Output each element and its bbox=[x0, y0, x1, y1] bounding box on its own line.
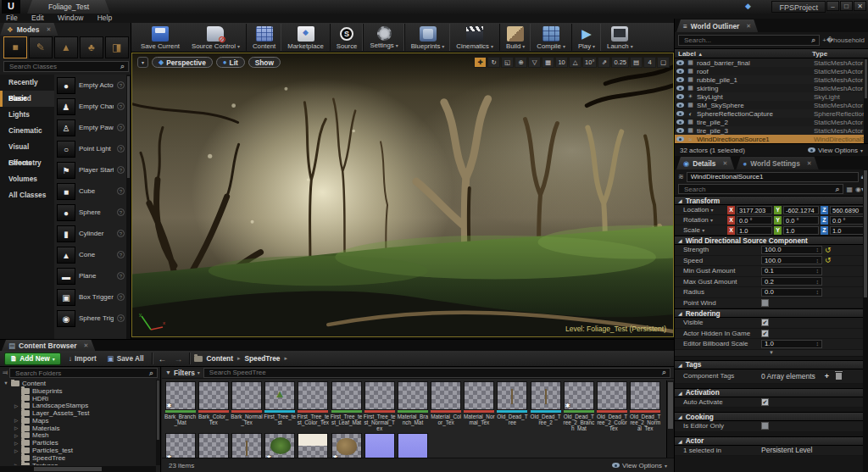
help-icon[interactable]: ? bbox=[117, 230, 125, 237]
placeable-item[interactable]: ♟ Empty Character ? bbox=[54, 96, 126, 117]
placeable-item[interactable]: ○ Point Light ? bbox=[54, 138, 126, 159]
mode-tool-button[interactable]: ✎ bbox=[29, 36, 53, 58]
rotation-z-input[interactable]: 0.0 ° bbox=[830, 216, 865, 225]
location-z-input[interactable]: 560.6890 bbox=[830, 206, 865, 214]
title-bar[interactable]: U Foliage_Test ◆ FPSProject – □ ✕ bbox=[0, 0, 868, 14]
forward-button[interactable]: → bbox=[173, 354, 185, 364]
number-input[interactable]: 100.0↕ bbox=[761, 246, 822, 254]
world-local-toggle[interactable]: ⊕ bbox=[515, 57, 527, 68]
expand-arrow-icon[interactable]: ▷ bbox=[14, 433, 19, 438]
placeable-item[interactable]: ● Sphere ? bbox=[54, 202, 126, 223]
asset-tile[interactable]: ✱ Old_Dead_Tree_2_Branch_Mat bbox=[563, 381, 595, 431]
level-tab[interactable]: Foliage_Test bbox=[22, 0, 115, 14]
toolbar-button[interactable]: Launch▾ bbox=[601, 24, 639, 51]
actor-section-header[interactable]: ◢Actor bbox=[675, 436, 868, 446]
wind-section-header[interactable]: ◢Wind Directional Source Component bbox=[675, 236, 868, 245]
asset-tile[interactable]: First_Tree_test bbox=[264, 381, 296, 431]
actor-name-field[interactable] bbox=[687, 172, 859, 182]
grid-snap-toggle[interactable]: ▦ bbox=[542, 57, 554, 68]
property-matrix-icon[interactable]: ▦ bbox=[846, 186, 853, 193]
placeable-item[interactable]: ● Empty Actor ? bbox=[54, 75, 126, 96]
asset-tile[interactable]: Material_Color_Tex bbox=[430, 381, 462, 431]
visibility-eye-icon[interactable] bbox=[676, 119, 684, 125]
search-folders-input[interactable] bbox=[14, 369, 149, 378]
camera-speed-value[interactable]: 4 bbox=[643, 57, 656, 68]
add-new-button[interactable]: 🗎 Add New▾ bbox=[4, 353, 61, 365]
outliner-row[interactable]: ▦ tire_pile_3 StaticMeshActor bbox=[675, 126, 868, 135]
mode-tool-button[interactable]: ▲ bbox=[54, 36, 78, 58]
chevron-down-icon[interactable]: ▾ bbox=[237, 43, 240, 49]
expand-arrow-icon[interactable]: ▷ bbox=[14, 403, 19, 408]
checkbox[interactable] bbox=[761, 299, 769, 307]
add-actor-icon[interactable]: +�household bbox=[822, 36, 865, 44]
visibility-eye-icon[interactable] bbox=[676, 103, 684, 108]
category-item[interactable]: Lights bbox=[0, 107, 54, 123]
cb-view-options[interactable]: View Options▾ bbox=[612, 462, 667, 469]
import-button[interactable]: ↓Import bbox=[65, 354, 100, 363]
asset-tile[interactable]: First_Tree_test_Leaf_Mat bbox=[331, 381, 363, 431]
checkbox[interactable]: ✔ bbox=[761, 330, 769, 337]
help-icon[interactable]: ? bbox=[117, 314, 125, 322]
save-all-button[interactable]: ▣Save All bbox=[104, 354, 147, 363]
outliner-row[interactable]: ▦ SM_SkySphere StaticMeshActor bbox=[675, 101, 868, 109]
modes-scrollbar[interactable] bbox=[126, 75, 131, 339]
outliner-row[interactable]: ☀ SkyLight SkyLight bbox=[675, 92, 868, 101]
placeable-item[interactable]: ♙ Empty Pawn ? bbox=[54, 117, 126, 138]
chevron-down-icon[interactable]: ▾ bbox=[563, 43, 565, 49]
chevron-down-icon[interactable]: ▾ bbox=[442, 43, 444, 49]
angle-snap-toggle[interactable]: △ bbox=[569, 57, 581, 68]
scale-tool[interactable]: ◱ bbox=[501, 57, 514, 68]
toolbar-button[interactable]: Source bbox=[330, 24, 364, 51]
asset-tile[interactable]: ✱ Bark_Branch_Mat bbox=[164, 381, 197, 431]
help-icon[interactable]: ? bbox=[117, 166, 125, 174]
close-icon[interactable]: ✕ bbox=[84, 342, 89, 349]
expand-arrow-icon[interactable]: ▷ bbox=[14, 441, 19, 446]
grid-snap-value[interactable]: 10 bbox=[555, 57, 568, 68]
category-item[interactable]: Volumes bbox=[0, 171, 54, 187]
scale-x-input[interactable]: 1.0 bbox=[737, 226, 772, 235]
chevron-down-icon[interactable]: ▾ bbox=[593, 43, 595, 49]
restore-button[interactable]: □ bbox=[840, 1, 853, 11]
number-input[interactable]: 100.0↕ bbox=[761, 256, 822, 264]
help-icon[interactable]: ? bbox=[117, 187, 125, 195]
details-scrollbar[interactable] bbox=[863, 169, 868, 472]
add-element-icon[interactable]: + bbox=[825, 372, 829, 380]
menu-help[interactable]: Help bbox=[97, 14, 112, 22]
number-input[interactable]: 0.0↕ bbox=[761, 288, 822, 297]
menu-file[interactable]: File bbox=[6, 14, 18, 22]
toolbar-button[interactable]: Build▾ bbox=[499, 24, 531, 51]
filters-button[interactable]: ▼Filters▾ bbox=[165, 369, 200, 377]
help-icon[interactable]: ? bbox=[117, 81, 125, 89]
asset-tile[interactable]: Material_Normal_Tex bbox=[463, 381, 495, 431]
close-icon[interactable]: ✕ bbox=[746, 23, 751, 30]
toolbar-button[interactable]: Save Current bbox=[135, 24, 186, 51]
angle-snap-value[interactable]: 10° bbox=[582, 57, 597, 68]
asset-tile[interactable]: Old_Dead_Tree bbox=[496, 381, 528, 431]
expand-arrow-icon[interactable]: ▷ bbox=[14, 448, 19, 453]
scale-y-input[interactable]: 1.0 bbox=[783, 226, 819, 235]
placeable-item[interactable]: ◉ Sphere Trigger ? bbox=[54, 308, 126, 329]
expand-arrow-icon[interactable]: ▼ bbox=[3, 380, 8, 386]
projection-button[interactable]: ◆Perspective bbox=[152, 57, 213, 68]
type-column-header[interactable]: Type bbox=[812, 50, 865, 58]
expand-arrow-icon[interactable]: ▷ bbox=[14, 425, 19, 430]
checkbox[interactable]: ✔ bbox=[761, 398, 769, 406]
visibility-eye-icon[interactable] bbox=[676, 69, 684, 74]
toolbar-button[interactable]: Compile▾ bbox=[531, 24, 571, 51]
expand-arrow-icon[interactable]: ▷ bbox=[14, 418, 19, 423]
close-button[interactable]: ✕ bbox=[854, 1, 866, 11]
number-input[interactable]: 0.2↕ bbox=[761, 277, 822, 286]
visibility-eye-icon[interactable] bbox=[676, 111, 684, 116]
asset-tile[interactable]: First_Tree_test_Color_Tex bbox=[297, 381, 329, 431]
back-button[interactable]: ← bbox=[157, 354, 169, 364]
translate-tool[interactable]: ✚ bbox=[474, 57, 487, 68]
trash-icon[interactable] bbox=[836, 373, 842, 380]
visibility-eye-icon[interactable] bbox=[676, 60, 684, 65]
location-y-input[interactable]: -602.1274 bbox=[783, 206, 819, 214]
help-icon[interactable]: ? bbox=[117, 103, 125, 110]
show-button[interactable]: Show bbox=[248, 57, 281, 68]
asset-tile[interactable]: First_Tree_test_Normal_Tex bbox=[364, 381, 396, 431]
activation-section-header[interactable]: ◢Activation bbox=[675, 388, 868, 397]
expand-arrow-icon[interactable]: ▷ bbox=[14, 463, 19, 465]
toolbar-button[interactable]: Source Control▾ bbox=[186, 24, 246, 51]
